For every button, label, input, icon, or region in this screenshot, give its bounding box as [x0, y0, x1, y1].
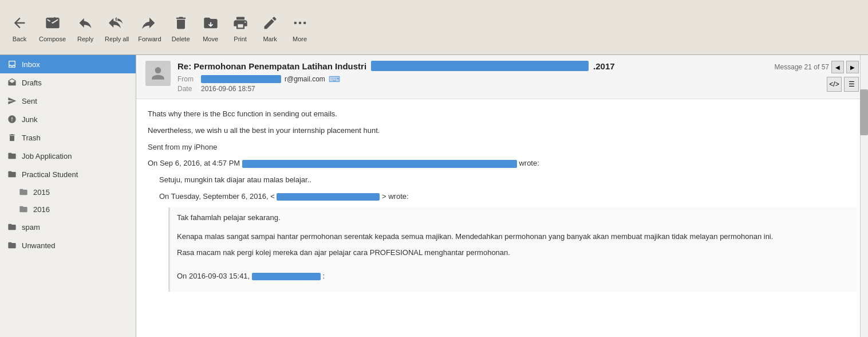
sidebar-item-practical-student[interactable]: Practical Student	[0, 165, 136, 183]
sidebar-item-inbox[interactable]: Inbox	[0, 55, 136, 73]
practical-student-label: Practical Student	[22, 170, 78, 179]
mark-label: Mark	[263, 36, 277, 42]
unwanted-icon	[7, 240, 17, 250]
quote3-line1: Kenapa malas sangat sampai hantar permoh…	[177, 231, 850, 243]
vertical-scrollbar[interactable]	[860, 55, 868, 337]
sidebar-item-2015[interactable]: 2015	[0, 183, 136, 201]
delete-icon	[171, 13, 191, 33]
svg-point-1	[298, 21, 301, 24]
subfolder-2015-icon	[18, 187, 29, 197]
reply-label: Reply	[77, 36, 93, 42]
print-icon	[230, 13, 251, 33]
from-label: From	[177, 75, 198, 83]
date-value: 2016-09-06 18:57	[201, 85, 255, 93]
sidebar-item-spam[interactable]: spam	[0, 218, 136, 236]
print-button[interactable]: Print	[226, 10, 255, 45]
body-line1: Thats why there is the Bcc function in s…	[148, 108, 857, 120]
app-container: Back Compose Reply Reply all	[0, 0, 868, 337]
forward-icon	[139, 13, 160, 33]
sidebar-item-sent[interactable]: Sent	[0, 92, 136, 110]
sidebar-item-junk[interactable]: Junk	[0, 110, 136, 128]
reply-all-icon	[106, 13, 127, 33]
sidebar: Inbox Drafts Sent Junk	[0, 55, 136, 337]
body-line2: Nevertheless, we wish u all the best in …	[148, 125, 857, 137]
email-header-left: Re: Permohonan Penempatan Latihan Indust…	[145, 61, 775, 93]
print-label: Print	[234, 36, 247, 42]
email-subject-prefix: Re: Permohonan Penempatan Latihan Indust…	[177, 61, 366, 71]
spam-icon	[7, 222, 17, 232]
subfolder-2016-icon	[18, 204, 29, 214]
email-meta: Re: Permohonan Penempatan Latihan Indust…	[177, 61, 775, 93]
from-redacted	[201, 75, 281, 83]
quote-email-redacted	[242, 160, 517, 168]
sent-icon	[7, 96, 17, 106]
next-message-button[interactable]: ▶	[846, 61, 859, 73]
quoted-block-1: Setuju, mungkin tak diajar atau malas be…	[159, 174, 857, 292]
menu-button[interactable]: ☰	[844, 77, 859, 92]
drafts-label: Drafts	[22, 79, 42, 87]
folder-icon	[7, 151, 17, 161]
quote-wrote: wrote:	[519, 159, 539, 167]
reply-icon	[75, 13, 96, 33]
quote2-intro-line: On Tuesday, September 6, 2016, < > wrote…	[159, 191, 857, 203]
forward-button[interactable]: Forward	[133, 10, 165, 45]
delete-button[interactable]: Delete	[166, 10, 196, 45]
main-layout: Inbox Drafts Sent Junk	[0, 55, 868, 337]
forward-label: Forward	[138, 36, 161, 42]
quote-intro: On Sep 6, 2016, at 4:57 PM	[148, 159, 240, 167]
trash-label: Trash	[22, 134, 41, 142]
svg-point-2	[303, 21, 306, 24]
compose-icon	[42, 13, 63, 33]
compose-button[interactable]: Compose	[34, 10, 70, 45]
sidebar-item-drafts[interactable]: Drafts	[0, 73, 136, 92]
email-header-right: Message 21 of 57 ◀ ▶ </> ☰	[775, 61, 859, 92]
move-button[interactable]: Move	[196, 10, 226, 45]
email-subject-year: .2017	[593, 61, 615, 71]
more-button[interactable]: More	[285, 10, 315, 45]
svg-point-0	[294, 21, 297, 24]
junk-icon	[7, 114, 17, 124]
sidebar-item-trash[interactable]: Trash	[0, 128, 136, 147]
quote4-intro: On 2016-09-03 15:41,	[177, 272, 250, 280]
email-header: Re: Permohonan Penempatan Latihan Indust…	[136, 55, 868, 99]
back-button[interactable]: Back	[5, 10, 34, 45]
quote2-email-redacted	[277, 193, 380, 201]
mark-button[interactable]: Mark	[255, 10, 285, 45]
add-contact-icon[interactable]: ⌨	[329, 75, 340, 84]
email-date-row: Date 2016-09-06 18:57	[177, 85, 775, 93]
sent-label: Sent	[22, 97, 37, 105]
2016-label: 2016	[33, 205, 50, 214]
sidebar-item-job-application[interactable]: Job Application	[0, 147, 136, 165]
sidebar-item-2016[interactable]: 2016	[0, 201, 136, 218]
mark-icon	[260, 13, 281, 33]
inbox-label: Inbox	[22, 60, 40, 69]
2015-label: 2015	[33, 188, 50, 197]
message-count: Message 21 of 57	[775, 63, 829, 71]
email-from-row: From r@gmail.com ⌨	[177, 75, 775, 84]
quote4-intro-line: On 2016-09-03 15:41, :	[177, 271, 850, 283]
move-icon	[200, 13, 221, 33]
prev-message-button[interactable]: ◀	[831, 61, 844, 73]
sidebar-item-unwanted[interactable]: Unwanted	[0, 236, 136, 254]
inbox-icon	[7, 59, 17, 69]
delete-label: Delete	[172, 36, 190, 42]
quoted-block-2: Tak fahamlah pelajar sekarang. Kenapa ma…	[168, 207, 857, 292]
body-line3: Sent from my iPhone	[148, 142, 857, 154]
quote4-sender-redacted	[252, 273, 321, 280]
more-icon	[290, 13, 310, 33]
back-icon	[9, 13, 30, 33]
source-button[interactable]: </>	[827, 77, 842, 92]
scrollbar-thumb[interactable]	[860, 89, 868, 135]
back-label: Back	[13, 36, 26, 42]
quote2-intro: On Tuesday, September 6, 2016, <	[159, 192, 275, 201]
move-label: Move	[203, 36, 218, 42]
toolbar: Back Compose Reply Reply all	[0, 0, 868, 55]
email-subject: Re: Permohonan Penempatan Latihan Indust…	[177, 61, 775, 71]
quote1-text: Setuju, mungkin tak diajar atau malas be…	[159, 174, 857, 186]
more-label: More	[293, 36, 307, 42]
email-view: Re: Permohonan Penempatan Latihan Indust…	[136, 55, 868, 337]
reply-button[interactable]: Reply	[70, 10, 100, 45]
reply-all-button[interactable]: Reply all	[100, 10, 133, 45]
unwanted-label: Unwanted	[22, 241, 56, 250]
header-actions: </> ☰	[827, 77, 859, 92]
